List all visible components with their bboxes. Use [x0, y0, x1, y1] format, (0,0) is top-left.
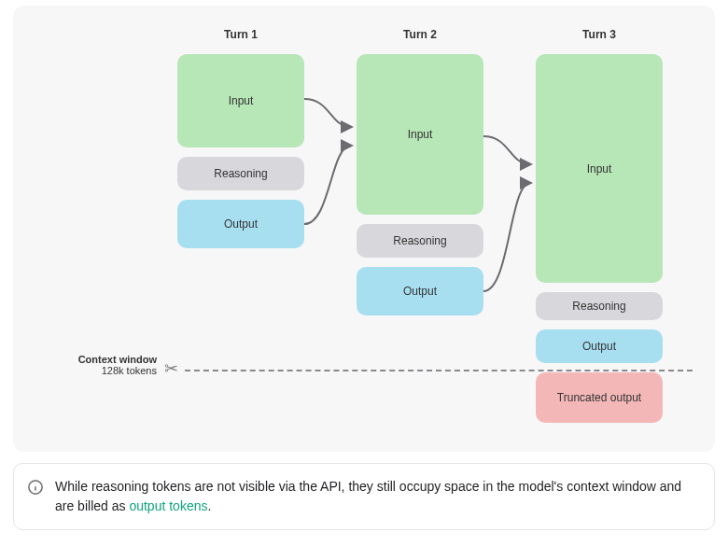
svg-point-3 [35, 483, 36, 484]
turn1-output-block: Output [177, 200, 304, 248]
info-callout: While reasoning tokens are not visible v… [13, 463, 715, 530]
turn3-reasoning-block: Reasoning [536, 292, 663, 320]
context-window-label-line1: Context window [45, 354, 157, 365]
turn1-heading: Turn 1 [185, 28, 297, 41]
info-icon [27, 479, 44, 501]
context-window-label-line2: 128k tokens [45, 365, 157, 376]
turn3-heading: Turn 3 [543, 28, 655, 41]
turn3-output-block: Output [536, 329, 663, 363]
turn3-input-block: Input [536, 54, 663, 283]
scissors-icon: ✂ [164, 358, 178, 379]
turn1-input-block: Input [177, 54, 304, 147]
output-tokens-link[interactable]: output tokens [129, 498, 207, 513]
turn3-truncated-block: Truncated output [536, 372, 663, 423]
context-window-diagram: Turn 1 Turn 2 Turn 3 Input Reasoning Out… [13, 6, 715, 452]
context-window-line [185, 370, 693, 371]
context-window-label: Context window 128k tokens [45, 354, 157, 376]
info-text-after: . [207, 498, 211, 513]
turn2-input-block: Input [357, 54, 483, 215]
turn1-reasoning-block: Reasoning [177, 157, 304, 190]
turn2-reasoning-block: Reasoning [357, 224, 483, 258]
turn2-output-block: Output [357, 267, 483, 315]
turn2-heading: Turn 2 [364, 28, 476, 41]
info-text: While reasoning tokens are not visible v… [55, 477, 697, 516]
